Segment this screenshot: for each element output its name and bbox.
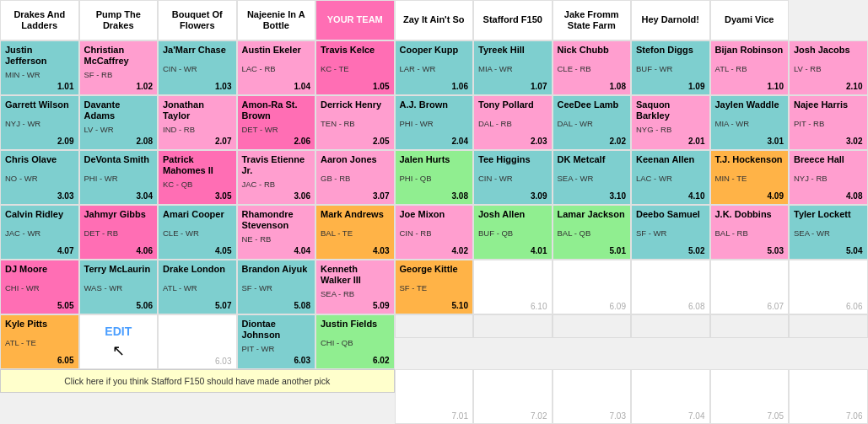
player-pos-team: SF - TE <box>400 283 469 293</box>
player-pos-team: SF - WR <box>636 228 705 238</box>
pick-number: 3.05 <box>163 191 232 201</box>
pick-number: 2.06 <box>242 137 311 146</box>
draft-cell: Christian McCaffreySF - RB1.02 <box>79 40 159 95</box>
draft-cell: Jalen HurtsPHI - QB3.08 <box>395 150 474 205</box>
player-name: Christian McCaffrey <box>84 45 154 67</box>
player-pos-team: NYJ - RB <box>794 174 863 183</box>
draft-cell: George KittleSF - TE5.10 <box>395 260 474 314</box>
player-pos-team: BUF - WR <box>636 64 705 73</box>
draft-cell: 7.05 <box>710 369 790 424</box>
draft-cell: Austin EkelerLAC - RB1.04 <box>237 40 316 95</box>
pick-number: 2.10 <box>794 82 863 91</box>
player-pos-team: CLE - WR <box>163 228 232 238</box>
pick-number: 5.10 <box>400 301 469 310</box>
player-name: Tee Higgins <box>478 154 547 165</box>
pick-number: 4.01 <box>478 246 547 255</box>
draft-cell: Garrett WilsonNYJ - WR2.09 <box>0 95 79 150</box>
draft-cell: Brandon AiyukSF - WR5.08 <box>237 260 316 314</box>
pick-number: 2.01 <box>636 137 705 146</box>
pick-number: 3.04 <box>84 191 154 201</box>
draft-rows: Justin JeffersonMIN - WR1.01Christian Mc… <box>0 40 868 424</box>
player-name: T.J. Hockenson <box>715 154 784 165</box>
player-pos-team: LV - RB <box>794 64 863 73</box>
player-pos-team: WAS - WR <box>84 283 154 293</box>
player-pos-team: BAL - TE <box>321 228 390 238</box>
col-header-jake: Jake Fromm State Farm <box>553 0 632 40</box>
edit-button[interactable]: EDIT <box>105 325 132 338</box>
player-pos-team: PHI - QB <box>400 174 469 183</box>
player-name: DK Metcalf <box>558 154 627 165</box>
draft-cell: Terry McLaurinWAS - WR5.06 <box>79 260 159 314</box>
draft-cell: Patrick Mahomes IIKC - QB3.05 <box>158 150 237 205</box>
player-name: Garrett Wilson <box>5 99 74 110</box>
draft-cell: Jonathan TaylorIND - RB2.07 <box>158 95 237 150</box>
pick-number: 1.05 <box>321 82 390 91</box>
player-name: Amon-Ra St. Brown <box>242 99 311 121</box>
draft-cell: 7.02 <box>473 369 553 424</box>
pick-number: 5.07 <box>163 301 232 310</box>
player-name: Chris Olave <box>5 154 74 165</box>
pick-number: 5.01 <box>558 246 627 255</box>
player-pos-team: MIA - WR <box>715 119 784 128</box>
pick-number: 5.06 <box>84 301 154 310</box>
draft-cell: Keenan AllenLAC - WR4.10 <box>631 150 710 205</box>
tooltip-empty <box>789 314 868 338</box>
player-pos-team: GB - RB <box>321 174 390 183</box>
pick-number: 5.04 <box>794 246 863 255</box>
draft-cell: Chris OlaveNO - WR3.03 <box>0 150 79 205</box>
draft-cell: Josh JacobsLV - RB2.10 <box>789 40 868 95</box>
draft-cell: 7.03 <box>553 369 632 424</box>
pick-number: 1.09 <box>636 82 705 91</box>
pick-number: 3.03 <box>5 191 74 201</box>
pick-number: 5.02 <box>636 246 705 255</box>
player-name: Jaylen Waddle <box>715 99 784 110</box>
pick-number: 1.08 <box>558 82 627 91</box>
pick-number: 1.10 <box>715 82 784 91</box>
player-pos-team: KC - QB <box>163 180 232 189</box>
draft-cell: Tyler LockettSEA - WR5.04 <box>789 205 868 260</box>
pick-number: 2.09 <box>5 137 74 146</box>
player-pos-team: ATL - RB <box>715 64 784 73</box>
player-name: Amari Cooper <box>163 209 232 220</box>
pick-number: 5.09 <box>321 301 390 310</box>
tooltip-empty <box>553 314 632 338</box>
draft-cell: Cooper KuppLAR - WR1.06 <box>395 40 474 95</box>
player-pos-team: LAR - WR <box>400 64 469 73</box>
pick-number: 2.04 <box>400 137 469 146</box>
col-header-your-team: YOUR TEAM <box>315 0 395 40</box>
player-pos-team: IND - RB <box>163 125 232 134</box>
draft-cell: Kyle PittsATL - TE6.05 <box>0 314 79 369</box>
draft-cell: Lamar JacksonBAL - QB5.01 <box>553 205 632 260</box>
draft-cell: Josh AllenBUF - QB4.01 <box>473 205 553 260</box>
player-pos-team: CIN - WR <box>163 64 232 73</box>
draft-cell: J.K. DobbinsBAL - RB5.03 <box>710 205 790 260</box>
tooltip-empty <box>395 314 474 338</box>
player-pos-team: CIN - WR <box>478 174 547 183</box>
player-pos-team: DET - RB <box>84 228 154 238</box>
player-name: Keenan Allen <box>636 154 705 165</box>
draft-cell: Justin JeffersonMIN - WR1.01 <box>0 40 79 95</box>
draft-cell: 7.01 <box>395 369 474 424</box>
draft-cell: Nick ChubbCLE - RB1.08 <box>553 40 632 95</box>
pick-number: 2.07 <box>163 137 232 146</box>
player-name: Jonathan Taylor <box>163 99 232 121</box>
player-pos-team: PHI - WR <box>84 174 154 183</box>
player-pos-team: DAL - WR <box>558 119 627 128</box>
player-name: Davante Adams <box>84 99 154 121</box>
player-name: George Kittle <box>400 264 469 275</box>
col-header-najeenie: Najeenie In A Bottle <box>237 0 316 40</box>
player-name: Calvin Ridley <box>5 209 74 220</box>
player-pos-team: ATL - WR <box>163 283 232 293</box>
player-name: Tyreek Hill <box>478 45 547 56</box>
col-header-pump: Pump The Drakes <box>79 0 159 40</box>
pick-number: 5.03 <box>715 246 784 255</box>
draft-cell: DJ MooreCHI - WR5.05 <box>0 260 79 314</box>
player-name: A.J. Brown <box>400 99 469 110</box>
draft-board: Drakes And Ladders Pump The Drakes Bouqu… <box>0 0 868 40</box>
player-name: Travis Etienne Jr. <box>242 154 311 176</box>
draft-cell: Ja'Marr ChaseCIN - WR1.03 <box>158 40 237 95</box>
player-name: Saquon Barkley <box>636 99 705 121</box>
player-name: Terry McLaurin <box>84 264 154 275</box>
player-pos-team: NE - RB <box>242 234 311 244</box>
draft-cell: Tee HigginsCIN - WR3.09 <box>473 150 553 205</box>
